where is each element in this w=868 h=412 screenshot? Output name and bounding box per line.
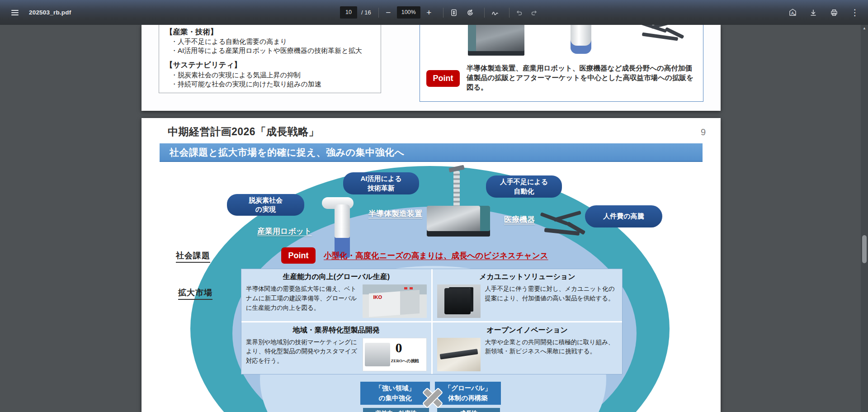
page-number-input[interactable]: 10 — [340, 6, 357, 19]
semiconductor-mast-image — [453, 171, 460, 207]
semiconductor-equipment-photo — [468, 25, 524, 56]
bubble-labor-cost: 人件費の高騰 — [585, 205, 662, 227]
scrollbar-up-arrow-icon[interactable]: ▲ — [861, 25, 868, 32]
mecha-unit-photo — [437, 284, 481, 318]
bullet-item: ・AI活用等による産業用ロボットや医療機器の技術革新と拡大 — [171, 47, 362, 55]
slide-banner: 社会課題と拡大市場を的確に捉え、強みの集中強化へ — [160, 143, 703, 162]
zero-caption: ZEROへの挑戦 — [391, 358, 419, 364]
zoom-level-display: 100% — [397, 6, 420, 19]
bubble-decarbonization: 脱炭素社会 の実現 — [227, 194, 304, 216]
table-cell-specialized-products: 地域・業界特化型製品開発 業界別や地域別の技術マーケティングにより、特化型製品の… — [241, 322, 431, 374]
label-semiconductor-equipment: 半導体製造装置 — [368, 208, 422, 219]
print-icon[interactable] — [827, 6, 841, 19]
cell-title: オープンイノベーション — [437, 326, 618, 335]
label-medical-devices: 医療機器 — [504, 214, 535, 225]
cell-body: 半導体関連の需要急拡大等に備え、ベトナムに新工場の建設準備等、グローバルに生産能… — [246, 284, 358, 313]
semiconductor-equipment-image — [427, 206, 490, 237]
bubble-ai-innovation: AI活用による 技術革新 — [343, 172, 419, 194]
growth-strategy-table: 生産能力の向上(グローバル生産) 半導体関連の需要急拡大等に備え、ベトナムに新工… — [241, 269, 623, 374]
medical-robot-photo — [633, 25, 688, 48]
bubble-labor-shortage: 人手不足による 自動化 — [486, 175, 562, 198]
section-heading: 【サステナビリティ】 — [165, 60, 241, 70]
iko-logo: IKO — [373, 294, 382, 300]
undo-icon[interactable] — [512, 6, 526, 19]
zero-numeral: 0 — [396, 340, 402, 355]
menu-icon[interactable] — [7, 5, 23, 20]
rotate-icon[interactable] — [463, 6, 477, 19]
cell-title: メカユニットソリューション — [437, 272, 618, 282]
page-count-label: / 16 — [361, 9, 371, 16]
factory-photo: IKO — [363, 284, 427, 318]
table-cell-open-innovation: オープンイノベーション 大学や企業との共同開発に積極的に取り組み、新領域・新ビジ… — [433, 322, 623, 374]
label-industrial-robot: 産業用ロボット — [257, 226, 312, 237]
label-expanding-market: 拡大市場 — [178, 287, 212, 300]
redo-icon[interactable] — [528, 6, 541, 19]
label-social-issues: 社会課題 — [176, 250, 210, 263]
pdf-page-9-partial: 【産業・技術】 ・人手不足による自動化需要の高まり ・AI活用等による産業用ロボ… — [142, 25, 721, 111]
bullet-item: ・持続可能な社会の実現に向けた取り組みの加速 — [171, 80, 321, 89]
vertical-scrollbar[interactable]: ▲ — [861, 25, 868, 412]
cell-title: 地域・業界特化型製品開発 — [246, 326, 427, 335]
toolbar-divider — [443, 8, 443, 18]
table-cell-production-capacity: 生産能力の向上(グローバル生産) 半導体関連の需要急拡大等に備え、ベトナムに新工… — [241, 269, 431, 321]
more-options-kebab-icon[interactable]: ⋮ — [848, 6, 862, 19]
document-filename: 202503_rb.pdf — [29, 9, 71, 16]
profitability-efficiency-box: 収益力・効率性 — [363, 408, 429, 412]
point-description: 半導体製造装置、産業用ロボット、医療機器など成長分野への高付加価値製品の拡販とア… — [467, 63, 695, 92]
pdf-viewer-window: 202503_rb.pdf 10 / 16 − 100% + — [0, 0, 868, 412]
scrollbar-thumb[interactable] — [862, 235, 867, 263]
table-cell-mecha-unit: メカユニットソリューション 人手不足に伴う需要に対し、メカユニット化の提案により… — [433, 269, 623, 321]
slide-page-number: 9 — [701, 127, 706, 137]
annotate-pen-icon[interactable] — [488, 6, 502, 19]
zoom-in-button[interactable]: + — [422, 6, 436, 19]
focus-strong-domains-box: 「強い領域」 の集中強化 — [360, 382, 430, 405]
svg-text:+: + — [793, 13, 795, 16]
fit-to-page-icon[interactable] — [447, 6, 461, 19]
open-innovation-photo — [437, 338, 481, 371]
download-icon[interactable] — [807, 6, 820, 19]
cell-body: 業界別や地域別の技術マーケティングにより、特化型製品の開発やカスタマイズ対応を行… — [246, 338, 358, 366]
point-badge: Point — [281, 247, 316, 264]
market-environment-box: 【産業・技術】 ・人手不足による自動化需要の高まり ・AI活用等による産業用ロボ… — [159, 25, 381, 93]
bullet-item: ・人手不足による自動化需要の高まり — [171, 38, 287, 46]
cell-body: 大学や企業との共同開発に積極的に取り組み、新領域・新ビジネスへ果敢に挑戦する。 — [485, 338, 618, 357]
global-structure-box: 「グローバル」 体制の再構築 — [435, 382, 501, 405]
zoom-out-button[interactable]: − — [382, 6, 395, 19]
point-message: 小型化・高度化ニーズの高まりは、成長へのビジネスチャンス — [324, 250, 548, 261]
medical-robot-image — [538, 213, 588, 248]
pdf-page-10-slide: 中期経営計画2026「成長戦略」 9 社会課題と拡大市場を的確に捉え、強みの集中… — [142, 118, 721, 412]
text-annotation-a-plus-icon[interactable]: A + — [786, 6, 799, 19]
cross-multiply-icon — [422, 387, 443, 409]
section-heading: 【産業・技術】 — [165, 27, 218, 37]
zero-challenge-photo: 0 ZEROへの挑戦 — [363, 338, 427, 371]
toolbar-divider — [509, 8, 509, 18]
cell-title: 生産能力の向上(グローバル生産) — [246, 272, 427, 282]
industrial-robot-photo — [571, 25, 591, 54]
toolbar-divider — [378, 8, 379, 18]
toolbar-divider — [484, 8, 485, 18]
bullet-item: ・脱炭素社会の実現による気温上昇の抑制 — [171, 71, 301, 80]
slide-title: 中期経営計画2026「成長戦略」 — [168, 125, 319, 139]
pdf-toolbar: 202503_rb.pdf 10 / 16 − 100% + — [0, 0, 868, 25]
growth-box: 成長性 — [437, 408, 500, 412]
point-badge: Point — [426, 70, 460, 87]
cell-body: 人手不足に伴う需要に対し、メカユニット化の提案により、付加価値の高い製品を供給す… — [485, 284, 618, 303]
